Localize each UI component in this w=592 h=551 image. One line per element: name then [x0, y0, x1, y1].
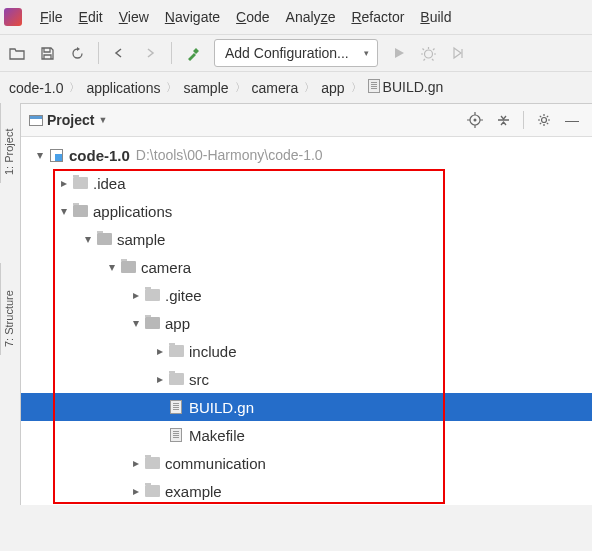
menu-bar: File Edit View Navigate Code Analyze Ref… [0, 0, 592, 34]
tree-label: code-1.0 [69, 147, 136, 164]
file-icon [368, 79, 380, 93]
run-icon[interactable] [385, 39, 413, 67]
chevron-right-icon: 〉 [232, 80, 249, 95]
chevron-down-icon[interactable]: ▾ [57, 204, 71, 218]
gear-icon[interactable] [532, 108, 556, 132]
panel-title-text: Project [47, 112, 94, 128]
tree-label: app [165, 315, 196, 332]
tree-label: src [189, 371, 215, 388]
chevron-right-icon[interactable]: ▸ [129, 456, 143, 470]
chevron-right-icon[interactable]: ▸ [153, 372, 167, 386]
menu-refactor[interactable]: Refactor [343, 5, 412, 29]
tree-label: sample [117, 231, 171, 248]
sidebar-tab-project[interactable]: 1: Project [0, 103, 20, 183]
back-icon[interactable] [106, 39, 134, 67]
hide-icon[interactable]: — [560, 108, 584, 132]
folder-icon [143, 485, 161, 497]
folder-icon [143, 289, 161, 301]
folder-icon [143, 317, 161, 329]
panel-header: Project ▼ — [21, 104, 592, 137]
menu-code[interactable]: Code [228, 5, 277, 29]
crumb-sample[interactable]: sample [180, 80, 231, 96]
tree-label: .idea [93, 175, 132, 192]
sidebar-tab-structure[interactable]: 7: Structure [0, 263, 20, 355]
separator [523, 111, 524, 129]
file-icon [167, 428, 185, 442]
tree-path: D:\tools\00-Harmony\code-1.0 [136, 147, 323, 163]
crumb-file[interactable]: BUILD.gn [365, 79, 447, 97]
tree-row[interactable]: ▾app [21, 309, 592, 337]
chevron-right-icon: 〉 [163, 80, 180, 95]
breadcrumb: code-1.0 〉 applications 〉 sample 〉 camer… [0, 72, 592, 103]
tree-row[interactable]: Makefile [21, 421, 592, 449]
tree-label: Makefile [189, 427, 251, 444]
folder-icon [71, 205, 89, 217]
collapse-icon[interactable] [491, 108, 515, 132]
chevron-right-icon[interactable]: ▸ [129, 288, 143, 302]
svg-point-0 [425, 50, 433, 58]
menu-analyze[interactable]: Analyze [278, 5, 344, 29]
coverage-icon[interactable] [445, 39, 473, 67]
crumb-root[interactable]: code-1.0 [6, 80, 66, 96]
tree-row[interactable]: ▸src [21, 365, 592, 393]
chevron-down-icon[interactable]: ▾ [81, 232, 95, 246]
tree-label: camera [141, 259, 197, 276]
save-icon[interactable] [33, 39, 61, 67]
folder-icon [167, 373, 185, 385]
folder-icon [167, 345, 185, 357]
chevron-right-icon[interactable]: ▸ [129, 484, 143, 498]
tree-row[interactable]: ▸.gitee [21, 281, 592, 309]
app-icon [4, 8, 22, 26]
tree-label: BUILD.gn [189, 399, 260, 416]
build-hammer-icon[interactable] [179, 39, 207, 67]
tree-row[interactable]: ▸.idea [21, 169, 592, 197]
project-panel: Project ▼ — ▾code-1.0D:\tools\00-Harmony… [21, 103, 592, 505]
menu-navigate[interactable]: Navigate [157, 5, 228, 29]
menu-build[interactable]: Build [412, 5, 459, 29]
tree-label: example [165, 483, 228, 500]
chevron-right-icon[interactable]: ▸ [57, 176, 71, 190]
menu-file[interactable]: File [32, 5, 71, 29]
crumb-app[interactable]: app [318, 80, 347, 96]
tree-row[interactable]: ▸communication [21, 449, 592, 477]
chevron-down-icon[interactable]: ▾ [105, 260, 119, 274]
separator [171, 42, 172, 64]
debug-icon[interactable] [415, 39, 443, 67]
file-icon [167, 400, 185, 414]
tree-label: communication [165, 455, 272, 472]
tree-label: include [189, 343, 243, 360]
folder-icon [71, 177, 89, 189]
project-tree: ▾code-1.0D:\tools\00-Harmony\code-1.0▸.i… [21, 137, 592, 505]
chevron-down-icon[interactable]: ▾ [129, 316, 143, 330]
sidebar-tabs: 1: Project 7: Structure [0, 103, 20, 355]
chevron-right-icon: 〉 [66, 80, 83, 95]
folder-icon [95, 233, 113, 245]
tree-row[interactable]: ▾applications [21, 197, 592, 225]
tree-row[interactable]: ▸example [21, 477, 592, 505]
tree-row[interactable]: ▸include [21, 337, 592, 365]
tree-row[interactable]: BUILD.gn [21, 393, 592, 421]
tree-row[interactable]: ▾camera [21, 253, 592, 281]
menu-view[interactable]: View [111, 5, 157, 29]
menu-edit[interactable]: Edit [71, 5, 111, 29]
crumb-camera[interactable]: camera [249, 80, 302, 96]
tree-label: applications [93, 203, 178, 220]
chevron-down-icon[interactable]: ▾ [33, 148, 47, 162]
module-icon [47, 149, 65, 162]
chevron-right-icon[interactable]: ▸ [153, 344, 167, 358]
toolbar: Add Configuration... [0, 34, 592, 72]
crumb-applications[interactable]: applications [83, 80, 163, 96]
run-config-dropdown[interactable]: Add Configuration... [214, 39, 378, 67]
panel-title-dropdown[interactable]: Project ▼ [29, 112, 107, 128]
folder-icon [119, 261, 137, 273]
chevron-down-icon: ▼ [98, 115, 107, 125]
refresh-icon[interactable] [63, 39, 91, 67]
tree-row[interactable]: ▾code-1.0D:\tools\00-Harmony\code-1.0 [21, 141, 592, 169]
separator [98, 42, 99, 64]
config-label: Add Configuration... [225, 45, 349, 61]
open-icon[interactable] [3, 39, 31, 67]
forward-icon[interactable] [136, 39, 164, 67]
target-icon[interactable] [463, 108, 487, 132]
tree-row[interactable]: ▾sample [21, 225, 592, 253]
window-icon [29, 115, 43, 126]
